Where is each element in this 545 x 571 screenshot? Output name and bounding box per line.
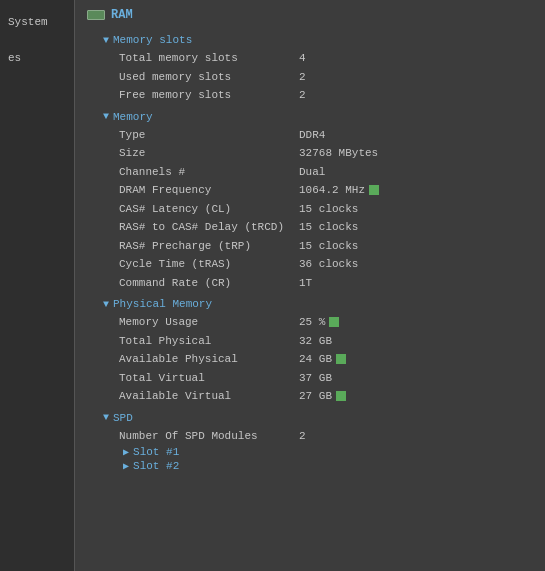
- memory-slots-header: ▼ Memory slots: [103, 34, 533, 46]
- ram-title: RAM: [111, 8, 133, 22]
- value-used-slots: 2: [299, 69, 306, 86]
- label-total-phys: Total Physical: [119, 333, 299, 350]
- label-ras-cas: RAS# to CAS# Delay (tRCD): [119, 219, 299, 236]
- table-row: RAS# to CAS# Delay (tRCD) 15 clocks: [87, 218, 533, 237]
- memory-label: Memory: [113, 111, 153, 123]
- label-mem-usage: Memory Usage: [119, 314, 299, 331]
- value-command-rate: 1T: [299, 275, 312, 292]
- label-used-slots: Used memory slots: [119, 69, 299, 86]
- table-row: Size 32768 MBytes: [87, 144, 533, 163]
- table-row: Number Of SPD Modules 2: [87, 427, 533, 446]
- value-ras-pre: 15 clocks: [299, 238, 358, 255]
- table-row: Type DDR4: [87, 126, 533, 145]
- table-row: RAS# Precharge (tRP) 15 clocks: [87, 237, 533, 256]
- physical-memory-label: Physical Memory: [113, 298, 212, 310]
- list-item-slot1[interactable]: ▶ Slot #1: [87, 445, 533, 459]
- arrow-icon-physical: ▼: [103, 299, 109, 310]
- chevron-right-icon-slot1: ▶: [123, 446, 129, 458]
- memory-slots-label: Memory slots: [113, 34, 192, 46]
- arrow-icon-spd: ▼: [103, 412, 109, 423]
- value-cas: 15 clocks: [299, 201, 358, 218]
- ram-icon: [87, 10, 105, 20]
- table-row: Used memory slots 2: [87, 68, 533, 87]
- table-row: DRAM Frequency 1064.2 MHz: [87, 181, 533, 200]
- table-row: Total Physical 32 GB: [87, 332, 533, 351]
- label-total-virt: Total Virtual: [119, 370, 299, 387]
- value-avail-virt: 27 GB: [299, 388, 332, 405]
- label-size: Size: [119, 145, 299, 162]
- chevron-right-icon-slot2: ▶: [123, 460, 129, 472]
- label-spd-modules: Number Of SPD Modules: [119, 428, 299, 445]
- sidebar: System es: [0, 0, 75, 571]
- sidebar-item-empty[interactable]: [0, 34, 74, 46]
- value-spd-modules: 2: [299, 428, 306, 445]
- value-total-slots: 4: [299, 50, 306, 67]
- spd-label: SPD: [113, 412, 133, 424]
- table-row: Command Rate (CR) 1T: [87, 274, 533, 293]
- content-area: RAM ▼ Memory slots Total memory slots 4 …: [75, 0, 545, 571]
- list-item-slot2[interactable]: ▶ Slot #2: [87, 459, 533, 473]
- label-ras-pre: RAS# Precharge (tRP): [119, 238, 299, 255]
- ram-header: RAM: [87, 8, 533, 26]
- value-mem-usage: 25 %: [299, 314, 325, 331]
- value-channels: Dual: [299, 164, 325, 181]
- label-free-slots: Free memory slots: [119, 87, 299, 104]
- table-row: Available Virtual 27 GB: [87, 387, 533, 406]
- table-row: Total memory slots 4: [87, 49, 533, 68]
- label-total-slots: Total memory slots: [119, 50, 299, 67]
- green-indicator-usage: [329, 317, 339, 327]
- value-cycle: 36 clocks: [299, 256, 358, 273]
- arrow-icon-memory: ▼: [103, 111, 109, 122]
- spd-header: ▼ SPD: [103, 412, 533, 424]
- green-indicator-dram: [369, 185, 379, 195]
- label-type: Type: [119, 127, 299, 144]
- value-ras-cas: 15 clocks: [299, 219, 358, 236]
- label-channels: Channels #: [119, 164, 299, 181]
- label-command-rate: Command Rate (CR): [119, 275, 299, 292]
- main-container: System es RAM ▼ Memory slots Total memor…: [0, 0, 545, 571]
- green-indicator-avail-phys: [336, 354, 346, 364]
- memory-header: ▼ Memory: [103, 111, 533, 123]
- table-row: Channels # Dual: [87, 163, 533, 182]
- label-dram-freq: DRAM Frequency: [119, 182, 299, 199]
- table-row: Available Physical 24 GB: [87, 350, 533, 369]
- table-row: CAS# Latency (CL) 15 clocks: [87, 200, 533, 219]
- sidebar-item-system[interactable]: System: [0, 10, 74, 34]
- table-row: Total Virtual 37 GB: [87, 369, 533, 388]
- value-free-slots: 2: [299, 87, 306, 104]
- table-row: Cycle Time (tRAS) 36 clocks: [87, 255, 533, 274]
- green-indicator-avail-virt: [336, 391, 346, 401]
- sidebar-item-es[interactable]: es: [0, 46, 74, 70]
- value-avail-phys: 24 GB: [299, 351, 332, 368]
- value-dram-freq: 1064.2 MHz: [299, 182, 365, 199]
- label-avail-phys: Available Physical: [119, 351, 299, 368]
- physical-memory-header: ▼ Physical Memory: [103, 298, 533, 310]
- value-size: 32768 MBytes: [299, 145, 378, 162]
- arrow-icon-memory-slots: ▼: [103, 35, 109, 46]
- table-row: Free memory slots 2: [87, 86, 533, 105]
- value-total-virt: 37 GB: [299, 370, 332, 387]
- value-type: DDR4: [299, 127, 325, 144]
- label-cycle: Cycle Time (tRAS): [119, 256, 299, 273]
- label-avail-virt: Available Virtual: [119, 388, 299, 405]
- table-row: Memory Usage 25 %: [87, 313, 533, 332]
- slot2-label: Slot #2: [133, 460, 179, 472]
- value-total-phys: 32 GB: [299, 333, 332, 350]
- label-cas: CAS# Latency (CL): [119, 201, 299, 218]
- slot1-label: Slot #1: [133, 446, 179, 458]
